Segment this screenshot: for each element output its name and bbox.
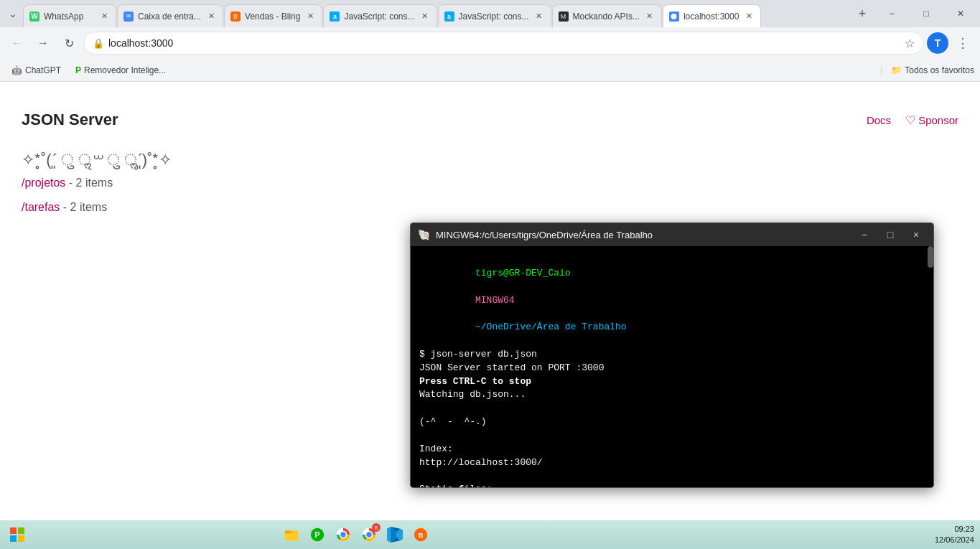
page-content: JSON Server Docs ♡ Sponsor ✧*̥˚(´͈ ु ॢ꒳​… — [0, 82, 980, 520]
close-button[interactable]: ✕ — [944, 0, 977, 27]
removedor-label: Removedor Intelige... — [84, 65, 166, 75]
bookmark-star-icon[interactable]: ☆ — [905, 37, 915, 50]
svg-rect-6 — [285, 531, 291, 534]
taskbar-chrome-2[interactable]: 8 — [358, 523, 381, 546]
new-tab-button[interactable]: + — [852, 4, 872, 24]
tab-whatsapp-title: WhatsApp — [44, 11, 94, 22]
taskbar-icons: P 8 — [280, 523, 432, 546]
terminal-body-wrapper: tigrs@GR-DEV_Caio MINGW64 ~/OneDrive/Áre… — [411, 246, 933, 487]
address-bar: ← → ↻ 🔒 ☆ T ⋮ — [0, 27, 980, 59]
tarefas-link[interactable]: /tarefas — [22, 201, 60, 213]
reload-button[interactable]: ↻ — [57, 32, 80, 55]
tab-mock[interactable]: M Mockando APIs... ✕ — [552, 4, 662, 27]
docs-link[interactable]: Docs — [867, 114, 891, 126]
svg-point-11 — [341, 532, 345, 537]
taskbar-padlet[interactable]: P — [306, 523, 329, 546]
terminal-maximize-button[interactable]: □ — [880, 225, 900, 245]
bookmarks-divider: | — [880, 65, 882, 75]
main-nav: Docs ♡ Sponsor — [867, 113, 958, 127]
resource-tarefas: /tarefas - 2 items — [22, 201, 958, 214]
svg-rect-3 — [18, 535, 24, 542]
all-bookmarks-label[interactable]: Todos os favoritos — [905, 65, 974, 75]
profile-button[interactable]: T — [927, 32, 948, 54]
tab-js1-title: JavaScript: cons... — [344, 11, 414, 22]
heart-icon: ♡ — [905, 113, 915, 127]
resources-list: /projetos - 2 items /tarefas - 2 items — [22, 177, 958, 214]
terminal-line-11: Static files: — [419, 483, 925, 487]
vscode-icon — [387, 527, 403, 543]
tab-js1-close[interactable]: ✕ — [419, 11, 431, 22]
terminal-line-8: Index: — [419, 443, 925, 456]
tab-mock-close[interactable]: ✕ — [644, 11, 655, 22]
bookmark-chatgpt[interactable]: 🤖 ChatGPT — [6, 64, 67, 77]
bookmarks-right: | 📁 Todos os favoritos — [880, 65, 974, 75]
restore-button[interactable]: □ — [910, 0, 943, 27]
lock-icon: 🔒 — [93, 38, 104, 49]
bookmark-removedor[interactable]: P Removedor Intelige... — [70, 64, 172, 77]
tab-inbox-title: Caixa de entra... — [138, 11, 201, 22]
terminal-env: MINGW64 — [475, 295, 515, 306]
terminal-window: 🐚 MINGW64:/c/Users/tigrs/OneDrive/Área d… — [410, 222, 934, 488]
tabs-container: W WhatsApp ✕ ✉ Caixa de entra... ✕ B Ven… — [23, 0, 852, 27]
bling-taskbar-icon: B — [413, 527, 429, 543]
tab-history-button[interactable]: ⌄ — [3, 4, 23, 24]
chatgpt-favicon: 🤖 — [11, 65, 22, 75]
tab-bar: ⌄ W WhatsApp ✕ ✉ Caixa de entra... ✕ B V… — [0, 0, 980, 27]
svg-rect-0 — [10, 527, 17, 534]
tab-bling[interactable]: B Vendas - Bling ✕ — [224, 4, 322, 27]
minimize-button[interactable]: − — [875, 0, 908, 27]
tab-whatsapp-close[interactable]: ✕ — [98, 11, 110, 22]
chrome-icon — [335, 527, 351, 543]
tab-js1[interactable]: a JavaScript: cons... ✕ — [323, 4, 437, 27]
tab-bling-close[interactable]: ✕ — [304, 11, 316, 22]
tab-local-title: localhost:3000 — [683, 11, 739, 22]
taskbar-vscode[interactable] — [383, 523, 406, 546]
js1-favicon: a — [330, 11, 340, 22]
terminal-scrollbar[interactable] — [928, 246, 933, 268]
tab-local[interactable]: ⬤ localhost:3000 ✕ — [663, 4, 761, 27]
chrome-menu-button[interactable]: ⋮ — [951, 32, 974, 55]
terminal-line-3: Press CTRL-C to stop — [419, 375, 925, 389]
svg-rect-1 — [18, 527, 24, 534]
terminal-close-button[interactable]: × — [906, 225, 926, 245]
terminal-line-5 — [419, 402, 925, 416]
taskbar-bling[interactable]: B — [409, 523, 432, 546]
tab-js2-close[interactable]: ✕ — [533, 11, 545, 22]
svg-text:B: B — [419, 532, 424, 539]
taskbar-file-explorer[interactable] — [280, 523, 303, 546]
terminal-body[interactable]: tigrs@GR-DEV_Caio MINGW64 ~/OneDrive/Áre… — [411, 246, 933, 487]
tab-mock-title: Mockando APIs... — [573, 11, 640, 22]
terminal-minimize-button[interactable]: − — [854, 225, 874, 245]
window-controls: − □ ✕ — [875, 0, 977, 27]
sponsor-link[interactable]: ♡ Sponsor — [905, 113, 958, 127]
url-bar[interactable]: 🔒 ☆ — [83, 32, 924, 55]
terminal-line-6: (-^ - ^-.) — [419, 416, 925, 429]
tab-inbox-close[interactable]: ✕ — [205, 11, 217, 22]
browser-chrome: ⌄ W WhatsApp ✕ ✉ Caixa de entra... ✕ B V… — [0, 0, 980, 82]
removedor-favicon: P — [75, 65, 81, 75]
taskbar-date: 12/06/2024 — [935, 535, 974, 545]
terminal-line-1: $ json-server db.json — [419, 348, 925, 362]
mock-favicon: M — [559, 11, 569, 22]
bling-favicon: B — [230, 11, 241, 22]
terminal-line-10 — [419, 470, 925, 484]
forward-button[interactable]: → — [32, 32, 55, 55]
svg-text:P: P — [314, 530, 319, 539]
back-button[interactable]: ← — [6, 32, 29, 55]
tab-whatsapp[interactable]: W WhatsApp ✕ — [23, 4, 116, 27]
padlet-icon: P — [309, 527, 325, 543]
all-bookmarks-icon: 📁 — [891, 65, 902, 75]
start-button[interactable] — [6, 523, 29, 546]
tab-js2[interactable]: a JavaScript: cons... ✕ — [438, 4, 551, 27]
chrome-badge: 8 — [372, 523, 381, 532]
json-server-header: JSON Server Docs ♡ Sponsor — [22, 96, 958, 151]
projetos-link[interactable]: /projetos — [22, 177, 65, 189]
url-input[interactable] — [108, 37, 900, 49]
js2-favicon: a — [444, 11, 454, 22]
svg-point-14 — [367, 532, 371, 537]
tab-local-close[interactable]: ✕ — [743, 11, 755, 22]
tab-inbox[interactable]: ✉ Caixa de entra... ✕ — [117, 4, 223, 27]
terminal-titlebar: 🐚 MINGW64:/c/Users/tigrs/OneDrive/Área d… — [411, 223, 933, 246]
local-favicon: ⬤ — [669, 11, 679, 22]
taskbar-chrome[interactable] — [332, 523, 355, 546]
